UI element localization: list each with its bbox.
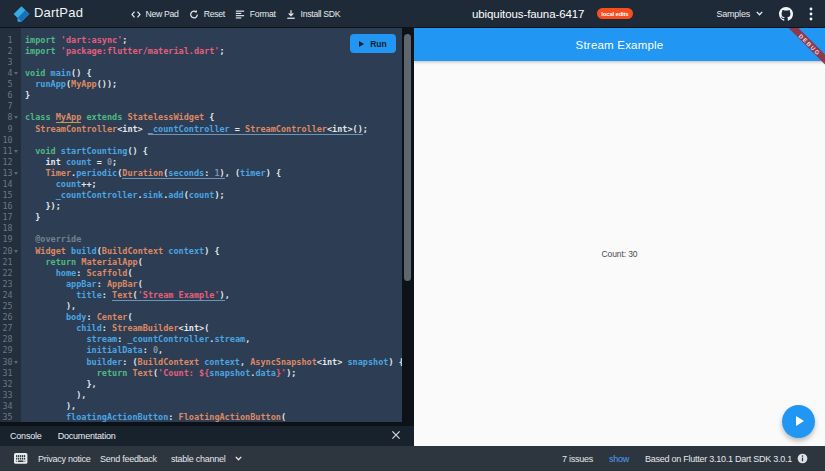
line-number: 8 [0,112,13,123]
line-number: 11 [0,146,13,157]
gutter-line: 24 [0,290,21,301]
nav-new-pad[interactable]: New Pad [131,0,179,27]
channel-selector[interactable]: stable channel [171,446,243,471]
code-line: void startCounting() { [25,146,402,157]
nav-install-sdk[interactable]: Install SDK [286,0,340,27]
line-number: 9 [0,124,13,135]
send-feedback-link[interactable]: Send feedback [100,446,157,471]
gutter-line: 16 [0,201,21,212]
code-line: int count = 0; [25,157,402,168]
code-line: appBar: AppBar( [25,279,402,290]
header-right: Samples [716,0,813,27]
gutter-line: 2 [0,46,21,57]
close-console-icon[interactable] [391,428,401,438]
gutter-line: 26 [0,312,21,323]
tab-console[interactable]: Console [10,431,42,441]
gutter-line: 14 [0,179,21,190]
pad-title: ubiquitous-fauna-6417 [472,8,584,20]
code-line: body: Center( [25,312,402,323]
overflow-menu-icon[interactable] [808,6,813,22]
code-line: import 'dart:async'; [25,35,402,46]
gutter-line: 1 [0,35,21,46]
line-number: 30 [0,357,13,368]
github-icon[interactable] [779,7,793,21]
top-bar: DartPad New PadResetFormatInstall SDK ub… [0,0,825,28]
local-edits-badge: local edits [597,8,632,19]
tab-documentation[interactable]: Documentation [58,431,116,441]
code-line: return MaterialApp( [25,257,402,268]
code-line: Widget build(BuildContext context) { [25,246,402,257]
code-line: ), [25,401,402,412]
run-label: Run [370,39,387,49]
fold-arrow-icon[interactable] [14,72,18,75]
floating-action-button[interactable] [782,405,815,438]
flutter-appbar: Stream Example [414,28,825,61]
line-number: 1 [0,35,13,46]
line-number: 14 [0,179,13,190]
run-button[interactable]: Run [350,34,396,53]
keyboard-icon[interactable] [14,453,27,464]
code-line: import 'package:flutter/material.dart'; [25,46,402,57]
fold-arrow-icon[interactable] [14,250,18,253]
code-line [25,57,402,68]
gutter-line: 3 [0,57,21,68]
samples-menu-button[interactable]: Samples [716,9,764,19]
nav-reset[interactable]: Reset [189,0,225,27]
line-number: 28 [0,334,13,345]
info-icon[interactable] [797,453,808,464]
gutter-line: 4 [0,68,21,79]
show-issues-link[interactable]: show [609,446,629,471]
code-line: builder: (BuildContext context, AsyncSna… [25,357,402,368]
code-line: title: Text('Stream Example'), [25,290,402,301]
line-number: 26 [0,312,13,323]
code-line [25,101,402,112]
line-number: 10 [0,135,13,146]
channel-label: stable channel [171,454,226,464]
nav-format[interactable]: Format [235,0,275,27]
line-number: 13 [0,168,13,179]
fold-arrow-icon[interactable] [14,361,18,364]
footer-bar: Privacy notice Send feedback stable chan… [0,446,825,471]
gutter-line: 33 [0,390,21,401]
line-number: 21 [0,257,13,268]
app-preview: Stream Example DEBUG Count: 30 [414,28,825,446]
code-line: stream: _countController.stream, [25,334,402,345]
gutter-line: 21 [0,257,21,268]
code-line [25,223,402,234]
code-editor[interactable]: 1234567891011121314151617181920212223242… [0,28,414,422]
line-number: 24 [0,290,13,301]
code-line: home: Scaffold( [25,268,402,279]
line-number: 23 [0,279,13,290]
editor-scrollbar-thumb[interactable] [404,34,411,281]
nav-label: New Pad [146,9,179,19]
line-number: 17 [0,212,13,223]
privacy-notice-link[interactable]: Privacy notice [38,446,91,471]
fold-arrow-icon[interactable] [14,150,18,153]
gutter-line: 35 [0,412,21,422]
gutter-line: 31 [0,368,21,379]
line-number: 27 [0,323,13,334]
format-icon [235,9,245,19]
line-number: 31 [0,368,13,379]
gutter-line: 23 [0,279,21,290]
brand-title: DartPad [34,5,83,20]
chevron-down-icon [234,454,243,463]
line-number: 29 [0,345,13,356]
code-line: floatingActionButton: FloatingActionButt… [25,412,402,422]
gutter-line: 10 [0,135,21,146]
flutter-appbar-title: Stream Example [576,39,664,51]
editor-scrollbar[interactable] [402,28,414,422]
gutter-line: 7 [0,101,21,112]
code-line: ), [25,390,402,401]
fold-arrow-icon[interactable] [14,116,18,119]
gutter-line: 22 [0,268,21,279]
code-line: initialData: 0, [25,345,402,356]
line-number: 35 [0,412,13,422]
code-line: void main() { [25,68,402,79]
fold-arrow-icon[interactable] [14,172,18,175]
dartpad-logo-icon [13,5,30,23]
code-line: } [25,212,402,223]
code-line: count++; [25,179,402,190]
editor-code[interactable]: import 'dart:async';import 'package:flut… [21,28,402,422]
gutter-line: 8 [0,112,21,123]
